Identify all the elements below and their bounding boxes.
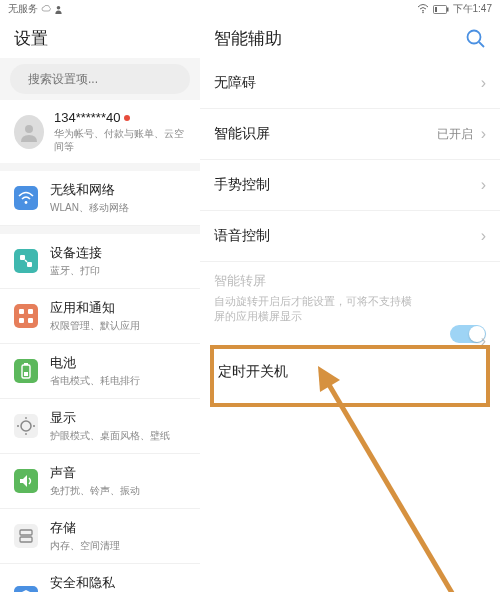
svg-line-37	[479, 42, 484, 47]
right-panel: 智能辅助 无障碍 › 智能识屏 已开启 › 手势控制 › 语音控	[200, 18, 500, 592]
svg-rect-30	[14, 524, 38, 548]
smart-rotate-title: 智能转屏	[214, 272, 486, 290]
chevron-right-icon: ›	[481, 125, 486, 143]
sidebar-item-security[interactable]: 安全和隐私 人脸解锁、锁屏和密码、学生模式	[0, 564, 200, 592]
assist-item[interactable]: 智能识屏 已开启 ›	[200, 109, 500, 160]
battery-icon	[14, 359, 38, 383]
account-sub: 华为帐号、付款与账单、云空间等	[54, 127, 186, 153]
wifi-icon	[417, 4, 429, 14]
item-title: 无线和网络	[50, 181, 129, 199]
settings-header: 设置	[0, 18, 200, 58]
assist-item[interactable]: 语音控制 ›	[200, 211, 500, 262]
highlight-box: 定时开关机	[210, 345, 490, 407]
assist-item[interactable]: 无障碍 ›	[200, 58, 500, 109]
sidebar-item-display[interactable]: 显示 护眼模式、桌面风格、壁纸	[0, 399, 200, 454]
search-field[interactable]	[28, 72, 178, 86]
svg-point-1	[422, 12, 424, 14]
smart-rotate-sub: 自动旋转开启后才能设置，可将不支持横屏的应用横屏显示	[214, 294, 414, 325]
wifi-icon	[14, 186, 38, 210]
svg-point-9	[25, 201, 28, 204]
item-sub: 免打扰、铃声、振动	[50, 484, 140, 498]
svg-rect-8	[14, 186, 38, 210]
account-phone: 134******40	[54, 110, 121, 125]
avatar	[14, 115, 44, 149]
sidebar-item-sound[interactable]: 声音 免打扰、铃声、振动	[0, 454, 200, 509]
chevron-right-icon: ›	[481, 227, 486, 245]
item-sub: 护眼模式、桌面风格、壁纸	[50, 429, 170, 443]
assist-item-title: 手势控制	[214, 176, 270, 194]
svg-rect-12	[27, 262, 32, 267]
svg-point-0	[57, 5, 61, 9]
assist-item[interactable]: 手势控制 ›	[200, 160, 500, 211]
search-input[interactable]	[10, 64, 190, 94]
item-sub: 蓝牙、打印	[50, 264, 102, 278]
svg-line-38	[325, 378, 455, 592]
chevron-right-icon: ›	[481, 332, 486, 350]
notification-dot	[124, 115, 130, 121]
apps-icon	[14, 304, 38, 328]
sidebar-item-apps[interactable]: 应用和通知 权限管理、默认应用	[0, 289, 200, 344]
sidebar-item-wifi[interactable]: 无线和网络 WLAN、移动网络	[0, 171, 200, 226]
svg-rect-3	[447, 7, 449, 11]
item-sub: 内存、空间清理	[50, 539, 120, 553]
person-icon	[54, 5, 63, 14]
item-title: 存储	[50, 519, 120, 537]
chevron-right-icon: ›	[481, 176, 486, 194]
sidebar-item-storage[interactable]: 存储 内存、空间清理	[0, 509, 200, 564]
item-title: 电池	[50, 354, 140, 372]
item-title: 声音	[50, 464, 140, 482]
scheduled-power-item[interactable]: 定时开关机	[214, 349, 486, 403]
status-bar: 无服务 下午1:47	[0, 0, 500, 18]
item-sub: 权限管理、默认应用	[50, 319, 140, 333]
connection-icon	[14, 249, 38, 273]
display-icon	[14, 414, 38, 438]
svg-point-36	[468, 31, 481, 44]
left-panel: 设置 134******40 华为帐号、付款与账单、云空间等 无线和网络 WLA…	[0, 18, 200, 592]
battery-icon	[433, 5, 449, 14]
assist-item-title: 智能识屏	[214, 125, 270, 143]
svg-rect-18	[28, 318, 33, 323]
item-title: 显示	[50, 409, 170, 427]
svg-rect-11	[20, 255, 25, 260]
sound-icon	[14, 469, 38, 493]
svg-rect-4	[435, 7, 437, 12]
item-sub: 省电模式、耗电排行	[50, 374, 140, 388]
svg-rect-21	[24, 363, 28, 365]
sidebar-item-connection[interactable]: 设备连接 蓝牙、打印	[0, 234, 200, 289]
assist-item-title: 无障碍	[214, 74, 256, 92]
security-icon	[14, 586, 38, 592]
sidebar-item-battery[interactable]: 电池 省电模式、耗电排行	[0, 344, 200, 399]
search-icon[interactable]	[464, 27, 486, 49]
item-title: 设备连接	[50, 244, 102, 262]
svg-rect-22	[24, 372, 28, 376]
svg-rect-14	[14, 304, 38, 328]
item-title: 安全和隐私	[50, 574, 186, 592]
assist-item-title: 语音控制	[214, 227, 270, 245]
scheduled-power-title: 定时开关机	[218, 363, 288, 381]
item-sub: WLAN、移动网络	[50, 201, 129, 215]
cloud-icon	[41, 4, 51, 14]
svg-rect-15	[19, 309, 24, 314]
time-label: 下午1:47	[453, 2, 492, 16]
svg-rect-19	[14, 359, 38, 383]
carrier-label: 无服务	[8, 2, 38, 16]
item-title: 应用和通知	[50, 299, 140, 317]
account-row[interactable]: 134******40 华为帐号、付款与账单、云空间等	[0, 100, 200, 163]
chevron-right-icon: ›	[481, 74, 486, 92]
smart-rotate-item: 智能转屏 自动旋转开启后才能设置，可将不支持横屏的应用横屏显示	[200, 262, 500, 339]
assist-header: 智能辅助	[214, 27, 282, 50]
svg-rect-16	[28, 309, 33, 314]
assist-item-status: 已开启	[437, 126, 473, 143]
svg-rect-17	[19, 318, 24, 323]
storage-icon	[14, 524, 38, 548]
svg-point-7	[25, 125, 33, 133]
